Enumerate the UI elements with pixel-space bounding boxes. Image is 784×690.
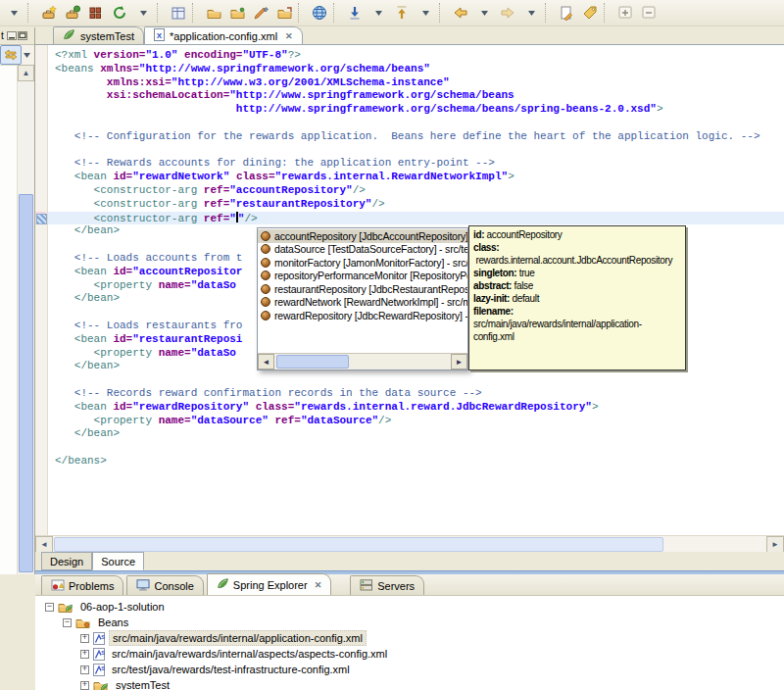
scroll-right-icon[interactable]: ► bbox=[451, 354, 467, 370]
expand-box-icon[interactable]: + bbox=[80, 650, 89, 659]
scroll-right-icon[interactable]: ► bbox=[766, 536, 784, 553]
code-line[interactable] bbox=[55, 117, 784, 130]
scrollbar-thumb[interactable] bbox=[54, 537, 663, 552]
code-line[interactable]: <constructor-arg ref="restaurantReposito… bbox=[55, 198, 784, 212]
code-line[interactable]: <constructor-arg ref=""/> bbox=[55, 212, 784, 225]
tooltip-field-value: rewards.internal.account.JdbcAccountRepo… bbox=[473, 254, 681, 267]
code-line[interactable] bbox=[55, 441, 784, 455]
paintbrush-icon[interactable] bbox=[249, 2, 272, 24]
show-table-icon[interactable] bbox=[167, 2, 190, 24]
completion-item[interactable]: dataSource [TestDataSourceFactory] - src… bbox=[258, 243, 467, 257]
panel-tab-spring-explorer[interactable]: Spring Explorer✕ bbox=[207, 573, 331, 595]
tree-row[interactable]: +Ssrc/test/java/rewards/test-infrastruct… bbox=[35, 662, 784, 677]
collapse-box-icon[interactable]: − bbox=[45, 603, 54, 612]
panel-tab-label: Spring Explorer bbox=[233, 579, 308, 591]
panel-tab-servers[interactable]: Servers bbox=[350, 575, 424, 595]
maximize-icon[interactable] bbox=[18, 30, 27, 42]
editor-tab-systemtest[interactable]: systemTest bbox=[53, 26, 144, 44]
completion-item-label: dataSource [TestDataSourceFactory] - src… bbox=[274, 243, 467, 255]
scroll-up-icon[interactable]: ▲ bbox=[18, 65, 34, 81]
code-line[interactable]: xsi:schemaLocation="http://www.springfra… bbox=[55, 89, 784, 103]
tree-row[interactable]: −Beans bbox=[35, 615, 784, 630]
new-class-wizard-icon[interactable] bbox=[61, 2, 84, 24]
expand-box-icon[interactable]: + bbox=[80, 681, 89, 690]
code-line[interactable]: xmlns:xsi="http://www.w3.org/2001/XMLSch… bbox=[55, 76, 784, 90]
back-arrow-icon[interactable] bbox=[449, 2, 472, 24]
tree-row[interactable]: −06-aop-1-solution bbox=[35, 599, 784, 615]
up-annot-icon[interactable] bbox=[390, 2, 414, 24]
tab-design[interactable]: Design bbox=[41, 552, 92, 570]
code-line[interactable]: <?xml version="1.0" encoding="UTF-8"?> bbox=[55, 49, 784, 63]
completion-item[interactable]: repositoryPerformanceMonitor [Repository… bbox=[258, 270, 467, 283]
collapse-box-icon[interactable]: − bbox=[63, 618, 72, 627]
editor-horizontal-scrollbar[interactable]: ◄ ► bbox=[35, 535, 784, 552]
annotation-ruler[interactable] bbox=[35, 45, 48, 535]
code-line[interactable]: <bean id="rewardNetwork" class="rewards.… bbox=[55, 171, 784, 184]
new-grid-icon[interactable] bbox=[84, 2, 108, 24]
tree-row[interactable]: +Ssrc/main/java/rewards/internal/aspects… bbox=[35, 646, 784, 662]
scrollbar-thumb[interactable] bbox=[276, 355, 349, 369]
completion-item[interactable]: rewardNetwork [RewardNetworkImpl] - src/… bbox=[258, 296, 467, 310]
overflow-caret-icon[interactable] bbox=[2, 2, 25, 24]
code-line[interactable]: <constructor-arg ref="accountRepository"… bbox=[55, 184, 784, 198]
scroll-left-icon[interactable]: ◄ bbox=[35, 536, 53, 553]
completion-item[interactable]: restaurantRepository [JdbcRestaurantRepo… bbox=[258, 282, 467, 296]
open-folder2-icon[interactable] bbox=[225, 2, 249, 24]
strip-vertical-scrollbar[interactable]: ▲ bbox=[17, 65, 34, 574]
expand-box-icon[interactable]: + bbox=[80, 665, 89, 674]
goto-tag-icon[interactable] bbox=[578, 2, 602, 24]
caret-icon[interactable] bbox=[414, 2, 437, 24]
leaf-icon bbox=[217, 577, 229, 592]
xml-editor[interactable]: <?xml version="1.0" encoding="UTF-8"?><b… bbox=[35, 45, 784, 535]
view-menu-caret-icon[interactable] bbox=[22, 53, 31, 58]
open-folder-icon[interactable] bbox=[202, 2, 225, 24]
completion-item[interactable]: accountRepository [JdbcAccountRepository… bbox=[258, 229, 467, 243]
completion-item-label: accountRepository [JdbcAccountRepository… bbox=[274, 230, 467, 242]
code-line[interactable]: <!-- Configuration for the rewards appli… bbox=[55, 130, 784, 144]
caret-icon[interactable] bbox=[367, 2, 390, 24]
minimize-icon[interactable] bbox=[7, 30, 17, 42]
strip-tab-label: t bbox=[1, 30, 4, 41]
refresh-green-icon[interactable] bbox=[108, 2, 131, 24]
tree-row[interactable]: +Ssrc/main/java/rewards/internal/applica… bbox=[35, 630, 784, 646]
code-line[interactable]: <beans xmlns="http://www.springframework… bbox=[55, 63, 784, 76]
panel-tab-console[interactable]: Console bbox=[126, 575, 203, 595]
new-wizard-icon[interactable] bbox=[37, 2, 61, 24]
expand-box-icon[interactable]: + bbox=[80, 634, 89, 643]
forward-arrow-icon[interactable] bbox=[496, 2, 519, 24]
completion-item[interactable]: rewardRepository [JdbcRewardRepository] … bbox=[258, 309, 467, 322]
editor-tab-label: systemTest bbox=[80, 30, 134, 42]
code-line[interactable] bbox=[55, 373, 784, 387]
code-line[interactable]: <bean id="rewardRepository" class="rewar… bbox=[55, 401, 784, 415]
link-with-editor-button[interactable] bbox=[0, 45, 22, 65]
panel-tab-problems[interactable]: Problems bbox=[41, 575, 123, 595]
scroll-left-icon[interactable]: ◄ bbox=[258, 354, 274, 370]
close-icon[interactable]: ✕ bbox=[315, 580, 322, 590]
close-icon[interactable]: ✕ bbox=[285, 31, 293, 41]
last-edit-icon[interactable] bbox=[555, 2, 578, 24]
caret-icon[interactable] bbox=[472, 2, 496, 24]
code-line[interactable]: http://www.springframework.org/schema/be… bbox=[55, 103, 784, 117]
code-line[interactable]: <property name="dataSource" ref="dataSou… bbox=[55, 415, 784, 428]
code-line[interactable]: <!-- Rewards accounts for dining: the ap… bbox=[55, 157, 784, 171]
content-assist-popup: accountRepository [JdbcAccountRepository… bbox=[257, 227, 468, 370]
down-annot-icon[interactable] bbox=[343, 2, 367, 24]
code-line[interactable]: </beans> bbox=[55, 455, 784, 468]
expand-all-icon[interactable] bbox=[613, 2, 637, 24]
svg-text:S: S bbox=[101, 634, 105, 640]
collapse-all-icon[interactable] bbox=[637, 2, 661, 24]
console-icon bbox=[136, 579, 150, 593]
code-line[interactable]: <!-- Records reward confirmation records… bbox=[55, 387, 784, 401]
scrollbar-thumb[interactable] bbox=[19, 194, 33, 572]
tab-source[interactable]: Source bbox=[92, 552, 144, 570]
popup-horizontal-scrollbar[interactable]: ◄ ► bbox=[258, 353, 467, 370]
caret-icon[interactable] bbox=[519, 2, 543, 24]
open-folder3-icon[interactable] bbox=[272, 2, 296, 24]
code-line[interactable] bbox=[55, 144, 784, 158]
code-line[interactable]: </bean> bbox=[55, 427, 784, 441]
tree-row[interactable]: +systemTest bbox=[35, 677, 784, 690]
caret-icon[interactable] bbox=[131, 2, 155, 24]
editor-tab--application-config-xml[interactable]: X*application-config.xml✕ bbox=[144, 26, 303, 44]
web-globe-icon[interactable] bbox=[308, 2, 331, 24]
completion-item[interactable]: monitorFactory [JamonMonitorFactory] - s… bbox=[258, 256, 467, 270]
